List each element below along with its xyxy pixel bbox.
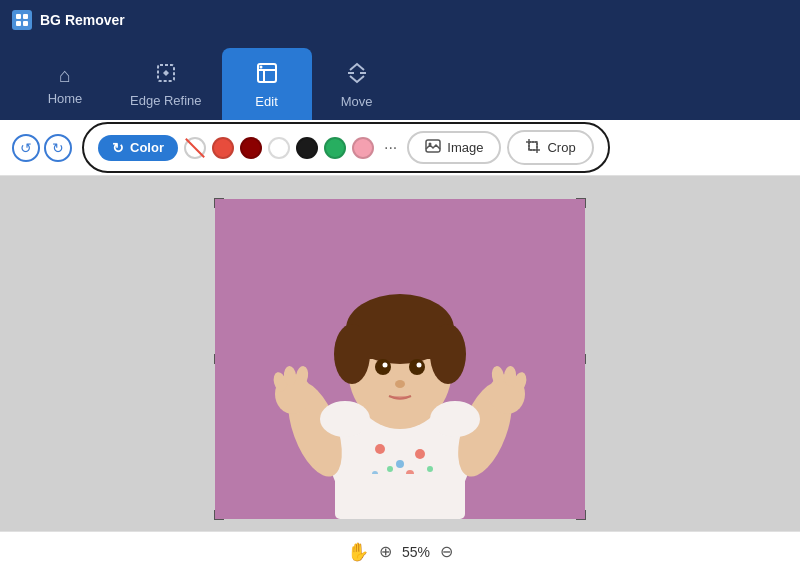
tab-move[interactable]: Move xyxy=(312,48,402,120)
svg-rect-41 xyxy=(335,474,465,519)
svg-point-40 xyxy=(430,401,480,437)
svg-point-14 xyxy=(387,466,393,472)
nav-bar: ⌂ Home Edge Refine Edit xyxy=(0,40,800,120)
svg-rect-2 xyxy=(16,21,21,26)
tab-home-label: Home xyxy=(48,91,83,106)
svg-rect-8 xyxy=(529,142,537,150)
redo-button[interactable]: ↻ xyxy=(44,134,72,162)
canvas-area xyxy=(0,176,800,531)
toolbar: ↺ ↻ ↻ Color ··· Imag xyxy=(0,120,800,176)
svg-point-12 xyxy=(396,460,404,468)
zoom-out-button[interactable]: ⊖ xyxy=(440,542,453,561)
tab-edge-refine-label: Edge Refine xyxy=(130,93,202,108)
subject-image xyxy=(215,199,585,519)
app-title: BG Remover xyxy=(40,12,125,28)
tab-edit[interactable]: Edit xyxy=(222,48,312,120)
image-container xyxy=(215,199,585,519)
swatch-green[interactable] xyxy=(324,137,346,159)
svg-point-17 xyxy=(427,466,433,472)
hand-tool-icon[interactable]: ✋ xyxy=(347,541,369,563)
swatch-white[interactable] xyxy=(268,137,290,159)
bottom-bar: ✋ ⊕ 55% ⊖ xyxy=(0,531,800,571)
zoom-in-button[interactable]: ⊕ xyxy=(379,542,392,561)
swatch-dark-red[interactable] xyxy=(240,137,262,159)
undo-button[interactable]: ↺ xyxy=(12,134,40,162)
image-icon xyxy=(425,139,441,156)
no-color-swatch[interactable] xyxy=(184,137,206,159)
swatch-black[interactable] xyxy=(296,137,318,159)
color-button[interactable]: ↻ Color xyxy=(98,135,178,161)
undo-redo-group: ↺ ↻ xyxy=(12,134,72,162)
app-header: BG Remover xyxy=(0,0,800,40)
edge-refine-icon xyxy=(155,62,177,89)
color-button-label: Color xyxy=(130,140,164,155)
image-button[interactable]: Image xyxy=(407,131,501,164)
svg-point-39 xyxy=(320,401,370,437)
zoom-controls: ✋ ⊕ 55% ⊖ xyxy=(347,541,453,563)
crop-button-label: Crop xyxy=(547,140,575,155)
home-icon: ⌂ xyxy=(59,64,71,87)
svg-rect-3 xyxy=(23,21,28,26)
svg-rect-0 xyxy=(16,14,21,19)
tab-edge-refine[interactable]: Edge Refine xyxy=(110,48,222,120)
svg-point-11 xyxy=(375,444,385,454)
svg-point-24 xyxy=(375,359,391,375)
svg-rect-1 xyxy=(23,14,28,19)
svg-point-27 xyxy=(417,362,422,367)
svg-point-26 xyxy=(383,362,388,367)
svg-point-13 xyxy=(415,449,425,459)
tab-move-label: Move xyxy=(341,94,373,109)
tab-home[interactable]: ⌂ Home xyxy=(20,48,110,120)
crop-icon xyxy=(525,138,541,157)
app-logo-icon xyxy=(12,10,32,30)
image-button-label: Image xyxy=(447,140,483,155)
svg-point-25 xyxy=(409,359,425,375)
edit-tools-group: ↻ Color ··· Image xyxy=(82,122,610,173)
swatch-pink[interactable] xyxy=(352,137,374,159)
svg-point-28 xyxy=(395,380,405,388)
crop-button[interactable]: Crop xyxy=(507,130,593,165)
edit-icon xyxy=(255,61,279,90)
move-icon xyxy=(345,61,369,90)
refresh-icon: ↻ xyxy=(112,140,124,156)
more-colors-button[interactable]: ··· xyxy=(380,137,401,159)
zoom-level: 55% xyxy=(402,544,430,560)
swatch-red[interactable] xyxy=(212,137,234,159)
tab-edit-label: Edit xyxy=(255,94,277,109)
svg-rect-23 xyxy=(346,329,454,359)
